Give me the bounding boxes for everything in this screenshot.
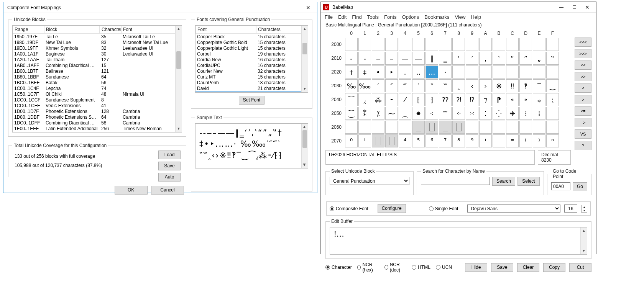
char-cell[interactable]: ⁊ xyxy=(479,93,492,106)
select-button[interactable]: Select xyxy=(518,177,540,186)
char-cell[interactable]: ⁝ xyxy=(519,107,532,120)
char-cell[interactable]: ⁙ xyxy=(466,107,478,120)
char-cell[interactable]: ⁷ xyxy=(439,134,452,147)
char-cell[interactable]: ” xyxy=(519,52,532,65)
scrollbar[interactable]: ▲ ▼ xyxy=(580,227,587,254)
char-cell[interactable] xyxy=(493,65,505,79)
table-row[interactable]: Copperplate Gothic Bold15 characters xyxy=(196,40,301,46)
table-row[interactable]: Corbel19 characters xyxy=(196,51,301,57)
table-row[interactable]: 1C50..1C7FOl Chiki48Nirmala UI xyxy=(13,92,175,97)
char-cell[interactable]: ⁏ xyxy=(546,93,559,106)
char-cell[interactable]: ″ xyxy=(385,79,398,92)
char-cell[interactable] xyxy=(399,121,411,134)
char-cell[interactable] xyxy=(506,65,519,79)
table-row[interactable]: 1C00..1C4FLepcha74 xyxy=(13,86,175,92)
char-cell[interactable]: ’ xyxy=(466,52,478,65)
char-cell[interactable]: … xyxy=(426,65,438,79)
char-cell[interactable]: ⁽ xyxy=(519,134,532,147)
table-row[interactable]: David21 characters xyxy=(196,86,301,92)
table-row[interactable]: 1D80..1DBFPhonetic Extensions Supple...6… xyxy=(13,115,175,120)
char-cell[interactable]: ‷ xyxy=(439,79,452,92)
menu-tools[interactable]: Tools xyxy=(367,14,379,20)
menu-file[interactable]: File xyxy=(325,14,333,20)
char-cell[interactable] xyxy=(426,38,438,51)
table-row[interactable]: 1B00..1B7FBalinese121 xyxy=(13,69,175,74)
char-cell[interactable]: † xyxy=(345,65,358,79)
scroll-down-icon[interactable]: ▼ xyxy=(581,248,587,254)
sample-text-area[interactable]: ‐‑‒–—―‖‗‘’‚‛“”„‟†‡•‣․‥…‧ ‰‱′″‴‵‶‷‸‹›※‼‽‾… xyxy=(195,123,308,168)
scrollbar[interactable]: ▲ ▼ xyxy=(175,26,182,132)
table-row[interactable]: DejaVu Sans107 characters xyxy=(196,92,301,93)
nav-button[interactable]: ? xyxy=(575,141,591,150)
char-cell[interactable]: ′ xyxy=(372,79,384,92)
table-row[interactable]: 1F00..1FFFGreek Extended233Cambria xyxy=(13,132,175,133)
scroll-down-icon[interactable]: ▼ xyxy=(176,126,182,132)
fcol-characters[interactable]: Characters xyxy=(256,26,301,34)
char-cell[interactable]: ⁾ xyxy=(533,134,545,147)
char-cell[interactable]: ⁑ xyxy=(358,107,371,120)
font-size-input[interactable] xyxy=(564,204,577,213)
char-cell[interactable]: ⁅ xyxy=(412,93,425,106)
fonts-table[interactable]: Font Characters Cooper Black15 character… xyxy=(195,25,308,93)
char-cell[interactable] xyxy=(466,38,478,51)
table-row[interactable]: 1E00..1EFFLatin Extended Additional256Ti… xyxy=(13,126,175,132)
char-cell[interactable] xyxy=(479,38,492,51)
char-cell[interactable] xyxy=(452,38,465,51)
encoding-radio[interactable]: Character xyxy=(325,265,352,270)
scroll-up-icon[interactable]: ▲ xyxy=(581,227,587,234)
table-row[interactable]: Courier New32 characters xyxy=(196,69,301,74)
scroll-down-icon[interactable]: ▼ xyxy=(302,162,308,168)
table-row[interactable]: 1BC0..1BFFBatak56 xyxy=(13,80,175,86)
close-icon[interactable]: ✕ xyxy=(302,4,315,11)
char-cell[interactable]: ⁖ xyxy=(426,107,438,120)
maximize-icon[interactable]: ☐ xyxy=(568,5,581,10)
char-cell[interactable]: ․ xyxy=(399,65,411,79)
single-font-select[interactable]: DejaVu Sans xyxy=(467,204,560,213)
nav-button[interactable]: << xyxy=(575,61,591,70)
encoding-radio[interactable]: NCR (dec) xyxy=(384,262,406,273)
scrollbar[interactable]: ▲ ▼ xyxy=(301,26,308,92)
char-cell[interactable]: ⁘ xyxy=(452,107,465,120)
ok-button[interactable]: OK xyxy=(115,186,148,195)
char-cell[interactable] xyxy=(345,121,358,134)
search-name-input[interactable] xyxy=(421,177,490,185)
char-cell[interactable]: ⁌ xyxy=(506,93,519,106)
char-cell[interactable]: ‛ xyxy=(493,52,505,65)
cancel-button[interactable]: Cancel xyxy=(151,186,184,195)
table-row[interactable]: Cordia New16 characters xyxy=(196,57,301,63)
char-cell[interactable] xyxy=(372,134,384,147)
char-cell[interactable] xyxy=(452,121,465,134)
char-cell[interactable]: • xyxy=(372,65,384,79)
char-cell[interactable] xyxy=(385,121,398,134)
char-cell[interactable]: ⁚ xyxy=(479,107,492,120)
scroll-up-icon[interactable]: ▲ xyxy=(302,26,308,32)
auto-button[interactable]: Auto xyxy=(158,173,181,182)
go-button[interactable]: Go xyxy=(573,182,587,191)
char-cell[interactable]: ⁁ xyxy=(358,93,371,106)
char-cell[interactable] xyxy=(493,38,505,51)
char-cell[interactable] xyxy=(506,38,519,51)
char-cell[interactable] xyxy=(546,121,559,134)
menu-fonts[interactable]: Fonts xyxy=(384,14,397,20)
char-cell[interactable]: ⁐ xyxy=(345,107,358,120)
char-cell[interactable]: ⁓ xyxy=(385,107,398,120)
edit-buffer-textarea[interactable]: !… ▲ ▼ xyxy=(330,227,587,255)
table-row[interactable]: DaunPenh18 characters xyxy=(196,80,301,86)
char-cell[interactable]: ⁱ xyxy=(358,134,371,147)
char-cell[interactable] xyxy=(385,38,398,51)
scroll-down-icon[interactable]: ▼ xyxy=(302,86,308,92)
char-cell[interactable]: ‡ xyxy=(358,65,371,79)
char-cell[interactable] xyxy=(533,38,545,51)
char-cell[interactable]: – xyxy=(385,52,398,65)
table-row[interactable]: 1950..197FTai Le35Microsoft Tai Le xyxy=(13,34,175,40)
table-row[interactable]: 1DC0..1DFFCombining Diacritical Marks ..… xyxy=(13,120,175,126)
char-cell[interactable]: ⁒ xyxy=(372,107,384,120)
char-cell[interactable]: ⁕ xyxy=(412,107,425,120)
char-cell[interactable]: “ xyxy=(506,52,519,65)
char-cell[interactable] xyxy=(452,65,465,79)
minimize-icon[interactable]: — xyxy=(555,5,568,10)
char-cell[interactable]: ⁺ xyxy=(479,134,492,147)
char-cell[interactable] xyxy=(519,121,532,134)
encoding-radio[interactable]: HTML xyxy=(412,265,430,270)
menu-find[interactable]: Find xyxy=(352,14,361,20)
